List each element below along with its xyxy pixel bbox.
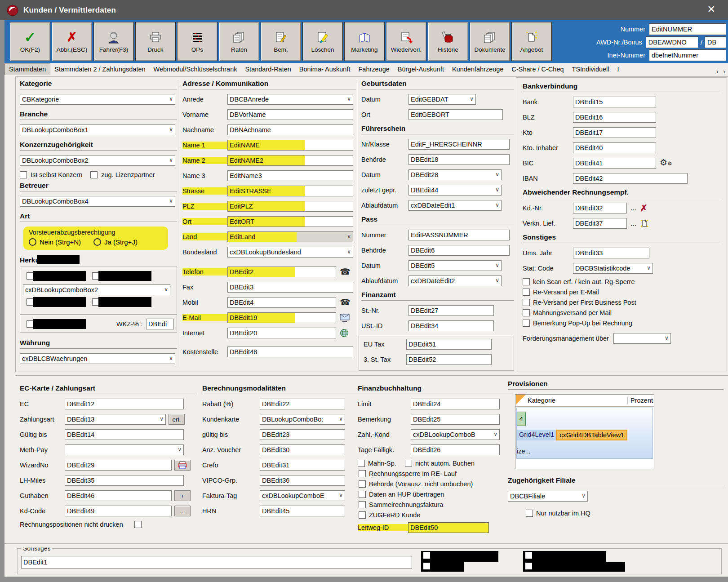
input-bemerkung[interactable]: DBEdit25: [411, 414, 500, 425]
input-lh-miles[interactable]: DBEdit35: [65, 475, 184, 486]
tab-standard-raten[interactable]: Standard-Raten: [241, 64, 295, 75]
tab-bürgel-auskunft[interactable]: Bürgel-Auskunft: [394, 64, 448, 75]
input-nummer[interactable]: EditNUMMER: [649, 23, 726, 35]
input-sonstiges[interactable]: DBEdit1: [21, 556, 412, 569]
checkbox-nur-nutzbar-im-hq[interactable]: [526, 510, 533, 517]
combo-anrede[interactable]: DBCBAnrede∨: [227, 94, 353, 105]
radio-nein-strg-n[interactable]: [29, 238, 36, 246]
checkbox-zugferd-kunde[interactable]: [359, 511, 366, 519]
input-vipco-grp[interactable]: DBEdit36: [260, 475, 345, 486]
toolbar-button-fahrer-f3[interactable]: Fahrer(F3): [93, 22, 134, 61]
checkbox-ist-selbst-konzern[interactable]: [20, 171, 27, 178]
tab-c-share-c-cheq[interactable]: C-Share / C-Cheq: [507, 64, 568, 75]
combo-field[interactable]: cxDBLCBWaehrungen∨: [20, 353, 175, 364]
ellipsis-button[interactable]: ...: [630, 204, 636, 212]
input-telefon[interactable]: DBEdit2: [227, 267, 336, 277]
input-kto-inhaber[interactable]: DBEdit40: [573, 142, 656, 153]
tab-scroll-right-icon[interactable]: ›: [723, 67, 725, 75]
input-nummer[interactable]: EditPASSNUMMER: [408, 230, 510, 240]
input-blz[interactable]: DBEdit16: [573, 112, 656, 123]
input-tage-fälligk[interactable]: DBEdit26: [411, 444, 500, 455]
toolbar-button-druck[interactable]: Druck: [135, 22, 176, 61]
toolbar-button-abbr-esc[interactable]: ✗Abbr.(ESC): [52, 22, 92, 61]
combo-datum[interactable]: DBEdit28∨: [408, 169, 502, 180]
input-hrn[interactable]: DBEdit45: [260, 506, 345, 516]
tab-i[interactable]: I: [613, 64, 623, 75]
checkbox-daten-an-hup-übertragen[interactable]: [359, 491, 366, 498]
phone-icon[interactable]: ☎: [340, 268, 351, 276]
input-ort[interactable]: EditGEBORT: [408, 109, 503, 120]
input-iban[interactable]: DBEdit42: [573, 173, 688, 184]
checkbox-sammelrechnungsfaktura[interactable]: [359, 501, 366, 508]
combo-stat-code[interactable]: DBCBStatistikcode∨: [573, 263, 653, 274]
toolbar-button-bem[interactable]: Bem.: [261, 22, 301, 61]
ellipsis-button[interactable]: ...: [630, 219, 636, 227]
toolbar-button-marketing[interactable]: Marketing: [344, 22, 385, 61]
input-wizardno[interactable]: DBEdit29: [65, 460, 172, 471]
input-kd-code[interactable]: DBEdit49: [65, 506, 172, 516]
input-leitweg-id[interactable]: DBEdit50: [408, 522, 489, 533]
email-icon[interactable]: [340, 314, 350, 322]
input-e-mail[interactable]: DBEdit19: [227, 312, 336, 323]
checkbox-re-versand-per-first-business-post[interactable]: [523, 299, 530, 306]
toolbar-button-raten[interactable]: Raten: [219, 22, 259, 61]
input-name-1[interactable]: EditNAME: [227, 140, 353, 151]
input-name-2[interactable]: EditNAME2: [227, 155, 353, 166]
tab-bonima-auskunft[interactable]: Bonima- Auskunft: [295, 64, 355, 75]
input-kostenstelle[interactable]: DBEdit48: [227, 347, 353, 357]
combo-faktura-tag[interactable]: cxDBLookupComboE∨: [260, 490, 345, 501]
new-doc-icon[interactable]: [640, 219, 649, 228]
input-ust-id[interactable]: DBEdit34: [408, 320, 494, 331]
input-eu-tax[interactable]: DBEdit51: [406, 339, 492, 350]
tab-tsindividuell[interactable]: TSIndividuell: [568, 64, 613, 75]
combo-field[interactable]: DBLookupComboBox1∨: [20, 124, 175, 135]
checkbox-mahnungsversand-per-mail[interactable]: [523, 309, 530, 316]
input-internet[interactable]: DBEdit20: [227, 328, 336, 338]
combo-field[interactable]: DBLookupComboBox2∨: [20, 155, 175, 166]
provisionen-grid[interactable]: KategorieProzent4Grid4Level1cxGrid4DBTab…: [515, 394, 654, 469]
toolbar-button-ops[interactable]: OPs: [177, 22, 218, 61]
field-button[interactable]: +: [174, 490, 191, 501]
input-vorname[interactable]: DBVorName: [227, 109, 353, 120]
input-bic[interactable]: DBEdit41: [573, 158, 656, 169]
combo-bundesland[interactable]: cxDBLookupBundesland∨: [227, 247, 353, 258]
toolbar-button-dokumente[interactable]: Dokumente: [470, 22, 510, 61]
input-awd-nr-bonus[interactable]: DBEAWDNO: [646, 36, 698, 48]
radio-ja-strg-j[interactable]: [93, 238, 101, 246]
checkbox-rechnungssperre-im-re-lauf[interactable]: [359, 470, 366, 477]
input-guthaben[interactable]: DBEdit46: [65, 490, 172, 501]
toolbar-button-historie[interactable]: Historie: [428, 22, 468, 61]
input-gültig-bis[interactable]: DBEdit14: [65, 429, 184, 440]
tab-webmodul-schlüsselschrank[interactable]: Webmodul/Schlüsselschrank: [150, 64, 241, 75]
toolbar-button-angebot[interactable]: Angebot: [511, 22, 552, 61]
combo-forderungsmanagement[interactable]: ∨: [613, 333, 671, 344]
input-ort[interactable]: EditORT: [227, 216, 353, 227]
checkbox-nicht-autom-buchen[interactable]: [405, 460, 412, 467]
toolbar-button-wiedervorl[interactable]: Wiedervorl.: [386, 22, 426, 61]
input-ec[interactable]: DBEdit12: [65, 399, 184, 409]
input-kd-nr[interactable]: DBEdit32: [573, 203, 627, 213]
combo-ablaufdatum[interactable]: cxDBDateEdit1∨: [408, 200, 502, 211]
erl-button[interactable]: erl.: [169, 414, 185, 425]
checkbox-behörde-vorausz-nicht-umbuchen[interactable]: [359, 480, 366, 488]
red-x-icon[interactable]: ✗: [640, 203, 648, 213]
combo-datum[interactable]: EditGEBDAT∨: [408, 94, 476, 105]
field-button[interactable]: ...: [174, 506, 191, 516]
combo-ablaufdatum[interactable]: cxDBDateEdit2∨: [408, 275, 502, 286]
checkbox-mahn-sp[interactable]: [358, 460, 365, 467]
checkbox-rechnungspositionen-nicht-drucken[interactable]: [134, 521, 142, 528]
input-3-st-tax[interactable]: DBEdit52: [406, 354, 492, 365]
checkbox-zug-lizenzpartner[interactable]: [90, 171, 98, 178]
input-inet-nummer[interactable]: dbeInetNummer: [649, 49, 726, 61]
combo-zahlungsart[interactable]: DBEdit13∨: [65, 414, 166, 425]
globe-icon[interactable]: [340, 329, 349, 338]
input-bank[interactable]: DBEdit15: [573, 97, 656, 107]
toolbar-button-ok-f2[interactable]: ✓OK(F2): [10, 22, 50, 61]
input-nr-klasse[interactable]: EditF_HRERSCHEINNR: [408, 139, 510, 150]
input-plz[interactable]: EditPLZ: [227, 201, 353, 212]
input-behörde[interactable]: DBEdit6: [408, 245, 510, 256]
input-kto[interactable]: DBEdit17: [573, 127, 656, 138]
close-button[interactable]: ✕: [707, 4, 715, 15]
input-verkn-lief[interactable]: DBEdit37: [573, 218, 627, 229]
input-gültig-bis[interactable]: DBEdit23: [260, 429, 345, 440]
